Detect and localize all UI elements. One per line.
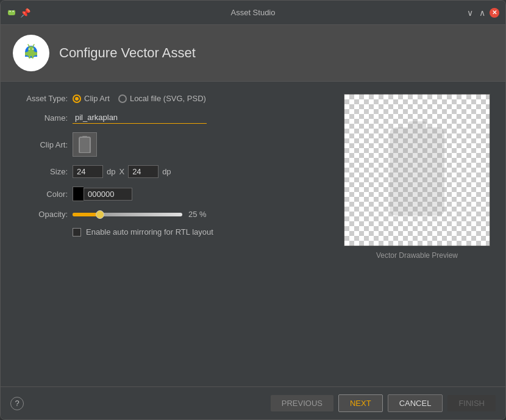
opacity-label: Opacity: bbox=[13, 210, 68, 219]
svg-rect-2 bbox=[8, 10, 15, 15]
clip-art-label: Clip Art: bbox=[13, 140, 68, 149]
window-title: Asset Studio bbox=[231, 8, 276, 17]
svg-point-4 bbox=[13, 10, 14, 12]
radio-clip-art-inner bbox=[75, 97, 79, 101]
radio-local-file-label: Local file (SVG, PSD) bbox=[130, 94, 206, 103]
opacity-row: Opacity: 25 % bbox=[13, 210, 329, 219]
header-icon-circle bbox=[13, 35, 49, 71]
next-button[interactable]: NEXT bbox=[338, 394, 383, 412]
color-label: Color: bbox=[13, 190, 68, 199]
preview-label: Vector Drawable Preview bbox=[376, 251, 458, 260]
rtl-checkbox-label: Enable auto mirroring for RTL layout bbox=[86, 227, 213, 237]
color-text-input[interactable] bbox=[84, 188, 132, 201]
help-button[interactable]: ? bbox=[10, 397, 24, 410]
svg-point-3 bbox=[10, 10, 11, 12]
name-label: Name: bbox=[13, 113, 68, 123]
content-area: Asset Type: Clip Art Local file (SVG, PS… bbox=[1, 82, 505, 386]
color-row: Color: bbox=[13, 187, 329, 201]
main-window: 📌 Asset Studio ∨ ∧ ✕ bbox=[0, 0, 506, 420]
rtl-checkbox[interactable] bbox=[73, 228, 81, 237]
minimize-icon[interactable]: ∨ bbox=[465, 8, 475, 18]
asset-type-label: Asset Type: bbox=[13, 94, 68, 103]
radio-clip-art[interactable]: Clip Art bbox=[73, 94, 110, 103]
svg-point-11 bbox=[32, 49, 34, 50]
size-inputs-group: dp X dp bbox=[73, 165, 171, 178]
radio-local-file[interactable]: Local file (SVG, PSD) bbox=[118, 94, 206, 103]
checkbox-row: Enable auto mirroring for RTL layout bbox=[73, 227, 329, 237]
name-row: Name: bbox=[13, 112, 329, 124]
radio-clip-art-label: Clip Art bbox=[84, 94, 110, 103]
color-input-wrap bbox=[73, 187, 132, 201]
finish-button[interactable]: FINISH bbox=[447, 395, 496, 411]
svg-rect-20 bbox=[79, 137, 90, 153]
size-label: Size: bbox=[13, 167, 68, 176]
radio-local-file-outer bbox=[118, 94, 127, 103]
preview-section: Vector Drawable Preview bbox=[341, 94, 493, 374]
title-bar: 📌 Asset Studio ∨ ∧ ✕ bbox=[1, 1, 505, 25]
footer-right: PREVIOUS NEXT CANCEL FINISH bbox=[271, 394, 496, 412]
clip-art-row: Clip Art: bbox=[13, 132, 329, 157]
size-x-separator: X bbox=[119, 167, 124, 176]
footer-left: ? bbox=[10, 397, 24, 410]
title-bar-controls: ∨ ∧ ✕ bbox=[465, 8, 499, 18]
opacity-slider-track[interactable] bbox=[73, 213, 182, 216]
battery-preview-svg bbox=[387, 121, 447, 219]
asset-type-row: Asset Type: Clip Art Local file (SVG, PS… bbox=[13, 94, 329, 103]
size-height-input[interactable] bbox=[128, 165, 159, 178]
size-dp-unit-2: dp bbox=[162, 167, 171, 176]
opacity-value-label: 25 % bbox=[188, 210, 210, 219]
maximize-icon[interactable]: ∧ bbox=[477, 8, 487, 18]
svg-rect-14 bbox=[25, 52, 27, 55]
size-width-input[interactable] bbox=[73, 165, 103, 178]
pin-icon: 📌 bbox=[20, 8, 30, 18]
cancel-button[interactable]: CANCEL bbox=[388, 394, 443, 412]
footer: ? PREVIOUS NEXT CANCEL FINISH bbox=[1, 386, 505, 419]
dialog-title: Configure Vector Asset bbox=[59, 45, 196, 61]
android-title-icon bbox=[7, 8, 16, 18]
dialog-header: Configure Vector Asset bbox=[1, 25, 505, 82]
form-section: Asset Type: Clip Art Local file (SVG, PS… bbox=[13, 94, 329, 374]
opacity-slider-thumb[interactable] bbox=[96, 210, 104, 219]
battery-clip-art-icon bbox=[78, 136, 91, 153]
previous-button[interactable]: PREVIOUS bbox=[271, 395, 333, 411]
clip-art-preview-button[interactable] bbox=[73, 132, 97, 157]
svg-rect-9 bbox=[27, 51, 35, 56]
opacity-controls: 25 % bbox=[73, 210, 210, 219]
svg-rect-12 bbox=[29, 55, 30, 59]
size-row: Size: dp X dp bbox=[13, 165, 329, 178]
size-dp-unit-1: dp bbox=[107, 167, 115, 176]
preview-canvas bbox=[344, 94, 490, 246]
svg-rect-15 bbox=[35, 52, 37, 55]
asset-type-radio-group: Clip Art Local file (SVG, PSD) bbox=[73, 94, 206, 103]
color-swatch[interactable] bbox=[73, 187, 84, 201]
close-button[interactable]: ✕ bbox=[490, 8, 499, 18]
svg-rect-13 bbox=[32, 55, 34, 59]
android-studio-icon bbox=[20, 42, 42, 64]
svg-rect-22 bbox=[390, 127, 444, 216]
name-input[interactable] bbox=[73, 112, 207, 124]
radio-clip-art-outer bbox=[73, 94, 81, 103]
title-bar-left-icons: 📌 bbox=[7, 8, 30, 18]
svg-point-10 bbox=[29, 49, 30, 50]
